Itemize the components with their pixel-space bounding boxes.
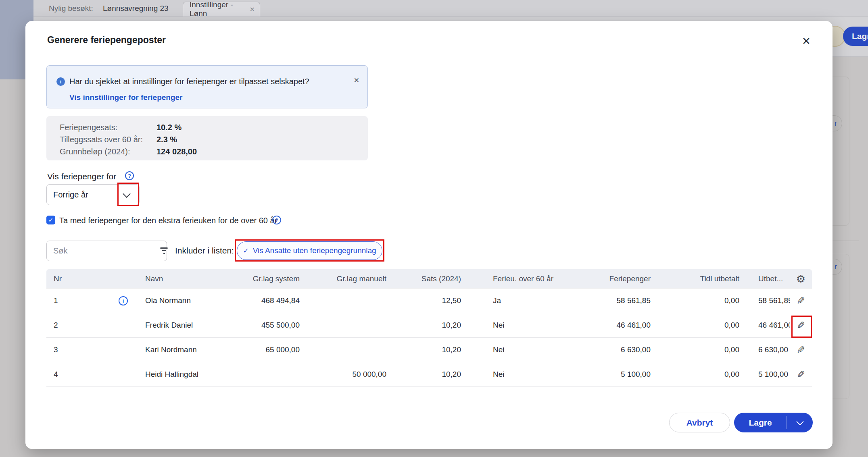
chevron-down-icon — [796, 418, 803, 425]
show-employees-without-basis-toggle[interactable]: ✓ Vis Ansatte uten feriepengegrunnlag — [237, 241, 382, 260]
employees-table: NrNavnGr.lag systemGr.lag manueltSats (2… — [46, 269, 812, 387]
cell-nr: 4 — [46, 362, 91, 386]
banner-settings-link[interactable]: Vis innstillinger for feriepenger — [69, 93, 183, 102]
rate-value: 10.2 % — [156, 123, 182, 132]
rate-value: 2.3 % — [156, 135, 177, 144]
cell-grlag-manuelt — [305, 289, 391, 313]
column-header: Gr.lag manuelt — [305, 269, 391, 288]
rates-panel: Feriepengesats: 10.2 % Tilleggssats over… — [46, 116, 368, 160]
cell-feriepenger: 46 461,00 — [577, 313, 655, 337]
edit-pencil-icon[interactable]: ✎ — [797, 320, 805, 330]
extra-week-checkbox[interactable]: ✓ — [46, 216, 55, 224]
cell-actions: ✎ — [790, 313, 812, 337]
save-options-chevron[interactable] — [787, 413, 813, 432]
edit-pencil-icon[interactable]: ✎ — [797, 345, 805, 355]
cell-nr: 2 — [46, 313, 91, 337]
cell-grlag-manuelt — [305, 313, 391, 337]
cell-ferieuke-over-60: Nei — [466, 338, 577, 362]
generate-holiday-pay-modal: Generere feriepengeposter ✕ i Har du sje… — [25, 21, 833, 449]
rate-label: Grunnbeløp (2024): — [60, 147, 156, 156]
cell-info — [91, 313, 139, 337]
cell-ferieuke-over-60: Nei — [466, 362, 577, 386]
settings-reminder-banner: i Har du sjekket at innstillinger for fe… — [46, 65, 368, 108]
cell-sats: 10,20 — [391, 362, 466, 386]
modal-title: Generere feriepengeposter — [47, 35, 166, 46]
cell-tidl-utbetalt: 0,00 — [655, 362, 744, 386]
cell-info — [91, 338, 139, 362]
column-header: Sats (2024) — [391, 269, 466, 288]
column-header — [91, 269, 139, 288]
cell-info — [91, 362, 139, 386]
rate-value: 124 028,00 — [156, 147, 197, 156]
cell-actions: ✎ — [790, 362, 812, 386]
column-header: Ferieu. over 60 år — [466, 269, 577, 288]
edit-pencil-icon[interactable]: ✎ — [797, 370, 805, 380]
info-icon: i — [56, 77, 65, 86]
cell-ferieuke-over-60: Ja — [466, 289, 577, 313]
filter-icon — [160, 247, 168, 254]
column-header: Nr — [46, 269, 91, 288]
cell-sats: 10,20 — [391, 313, 466, 337]
modal-close-icon[interactable]: ✕ — [799, 34, 814, 48]
help-icon[interactable]: ? — [125, 171, 134, 180]
search-box — [46, 241, 167, 261]
cell-grlag-manuelt — [305, 338, 391, 362]
column-settings-gear-icon[interactable]: ⚙ — [796, 274, 805, 284]
cell-tidl-utbetalt: 0,00 — [655, 289, 744, 313]
column-header: Utbet... — [744, 269, 790, 288]
toggle-label: Vis Ansatte uten feriepengegrunnlag — [253, 246, 376, 255]
period-select-value: Forrige år — [53, 190, 88, 199]
column-header: Gr.lag system — [242, 269, 305, 288]
cell-tidl-utbetalt: 0,00 — [655, 313, 744, 337]
save-button[interactable]: Lagre — [734, 413, 787, 432]
rate-row: Feriepengesats: 10.2 % — [60, 121, 368, 133]
cell-actions: ✎ — [790, 289, 812, 313]
banner-close-icon[interactable]: ✕ — [354, 76, 359, 85]
cell-utbetales: 58 561,85 — [744, 289, 790, 313]
column-header: Feriepenger — [577, 269, 655, 288]
check-icon: ✓ — [243, 247, 248, 255]
cell-utbetales: 5 100,00 — [744, 362, 790, 386]
cell-nr: 3 — [46, 338, 91, 362]
save-split-button[interactable]: Lagre — [734, 413, 813, 432]
cell-navn: Fredrik Daniel — [139, 313, 242, 337]
table-row: 4 Heidi Hallingdal 50 000,00 10,20 Nei 5… — [46, 362, 812, 387]
cell-utbetales: 6 630,00 — [744, 338, 790, 362]
cell-utbetales: 46 461,00 — [744, 313, 790, 337]
edit-pencil-icon[interactable]: ✎ — [797, 296, 805, 306]
cell-ferieuke-over-60: Nei — [466, 313, 577, 337]
cell-sats: 12,50 — [391, 289, 466, 313]
cell-grlag-system — [242, 362, 305, 386]
cell-grlag-system: 468 494,84 — [242, 289, 305, 313]
chevron-down-icon[interactable] — [123, 190, 131, 198]
banner-text: Har du sjekket at innstillinger for feri… — [69, 77, 309, 86]
column-header: ⚙ — [790, 269, 812, 288]
table-row: 3 Kari Nordmann 65 000,00 10,20 Nei 6 63… — [46, 337, 812, 362]
column-header: Tidl utbetalt — [655, 269, 744, 288]
table-header: NrNavnGr.lag systemGr.lag manueltSats (2… — [46, 269, 812, 288]
show-holiday-pay-for-label: Vis feriepenger for — [47, 172, 116, 181]
period-select[interactable]: Forrige år — [46, 184, 140, 205]
row-info-icon[interactable]: i — [119, 296, 128, 305]
cell-info: i — [91, 289, 139, 313]
cell-navn: Ola Normann — [139, 289, 242, 313]
rate-row: Tilleggssats over 60 år: 2.3 % — [60, 133, 368, 145]
help-icon[interactable]: ? — [272, 216, 281, 224]
rate-label: Tilleggssats over 60 år: — [60, 135, 156, 144]
cell-tidl-utbetalt: 0,00 — [655, 338, 744, 362]
cell-navn: Kari Nordmann — [139, 338, 242, 362]
cancel-button[interactable]: Avbryt — [669, 413, 730, 432]
cell-grlag-manuelt: 50 000,00 — [305, 362, 391, 386]
cell-feriepenger: 5 100,00 — [577, 362, 655, 386]
table-body: 1 i Ola Normann 468 494,84 12,50 Ja 58 5… — [46, 288, 812, 387]
cell-sats: 10,20 — [391, 338, 466, 362]
cell-navn: Heidi Hallingdal — [139, 362, 242, 386]
cell-grlag-system: 455 500,00 — [242, 313, 305, 337]
search-input[interactable] — [47, 246, 160, 256]
filter-button[interactable] — [160, 241, 168, 261]
extra-week-checkbox-label: Ta med feriepenger for den ekstra ferieu… — [59, 216, 277, 225]
cell-feriepenger: 6 630,00 — [577, 338, 655, 362]
include-in-list-label: Inkluder i listen: — [175, 246, 234, 256]
column-header: Navn — [139, 269, 242, 288]
cell-feriepenger: 58 561,85 — [577, 289, 655, 313]
